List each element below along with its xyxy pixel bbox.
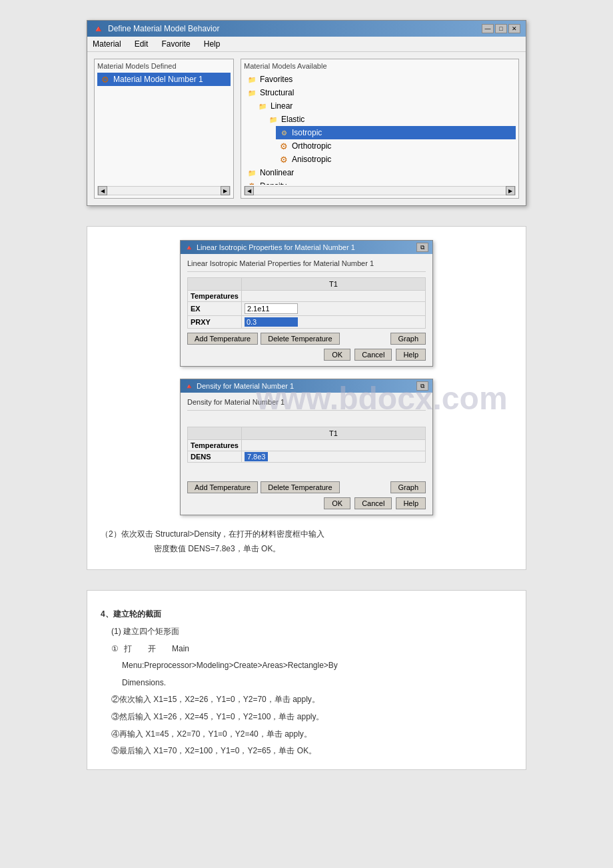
scroll-left-arrow[interactable]: ◀: [98, 186, 107, 195]
linear-ok-btn[interactable]: OK: [324, 349, 350, 361]
tree-label-elastic: Elastic: [281, 115, 305, 124]
material-model-label: Material Model Number 1: [113, 75, 203, 84]
ex-input[interactable]: 2.1e11: [245, 303, 298, 314]
menubar: Material Edit Favorite Help: [87, 37, 526, 52]
step1-cmd: Dimensions.: [122, 676, 512, 691]
linear-add-temp-btn[interactable]: Add Temperature: [187, 333, 258, 345]
prxy-input[interactable]: 0.3: [245, 317, 298, 327]
gear-icon-orthotropic: ⚙: [279, 141, 289, 151]
material-model-window: 🔺 Define Material Model Behavior — □ ✕ M…: [87, 20, 526, 206]
density-window-title: Density for Material Number 1: [197, 382, 294, 390]
menu-help[interactable]: Help: [201, 38, 223, 50]
folder-icon-structural: 📁: [247, 87, 257, 98]
section4-subtitle: (1) 建立四个矩形面: [111, 625, 512, 639]
gear-icon-left: ⚙: [100, 74, 111, 85]
scroll-right-arrow-right[interactable]: ▶: [506, 186, 515, 195]
step4: ④再输入 X1=45，X2=70，Y1=0，Y2=40，单击 apply。: [111, 727, 512, 742]
linear-ok-row: OK Cancel Help: [187, 349, 426, 361]
tree-label-linear: Linear: [271, 101, 293, 111]
linear-delete-temp-btn[interactable]: Delete Temperature: [261, 333, 339, 345]
maximize-button[interactable]: □: [495, 24, 507, 33]
density-window-desc: Density for Material Number 1: [187, 398, 426, 411]
prxy-label: PRXY: [188, 316, 242, 329]
tree-label-anisotropic: Anisotropic: [292, 155, 331, 164]
density-help-btn[interactable]: Help: [396, 497, 426, 509]
density-titlebar-icon: 🔺: [185, 382, 194, 391]
prxy-value-cell[interactable]: 0.3: [241, 316, 425, 329]
density-maximize-btn[interactable]: ⧉: [416, 381, 428, 391]
menu-favorite[interactable]: Favorite: [159, 38, 193, 50]
section4-subtitle-text: (1) 建立四个矩形面: [111, 627, 179, 636]
tree-nonlinear[interactable]: 📁 Nonlinear: [244, 166, 516, 179]
linear-maximize-btn[interactable]: ⧉: [416, 243, 428, 252]
gear-icon-anisotropic: ⚙: [279, 154, 289, 165]
dens-label: DENS: [188, 451, 242, 463]
linear-window-desc: Linear Isotropic Material Properties for…: [187, 259, 426, 272]
tree-anisotropic[interactable]: ⚙ Anisotropic: [276, 153, 516, 166]
menu-edit[interactable]: Edit: [132, 38, 151, 50]
folder-icon-favorites: 📁: [247, 74, 257, 85]
density-prop-table: T1 Temperatures DENS 7.8e3: [187, 427, 426, 463]
folder-icon-elastic: 📁: [268, 114, 279, 125]
scroll-right-arrow[interactable]: ▶: [221, 186, 230, 195]
step1-label: ①: [111, 642, 119, 657]
tree-elastic[interactable]: 📁 Elastic: [265, 113, 516, 126]
tree-linear[interactable]: 📁 Linear: [255, 99, 516, 113]
right-hscrollbar[interactable]: ◀ ▶: [244, 186, 516, 195]
tree-orthotropic[interactable]: ⚙ Orthotropic: [276, 139, 516, 153]
titlebar: 🔺 Define Material Model Behavior — □ ✕: [87, 21, 526, 37]
tree-structural[interactable]: 📁 Structural: [244, 86, 516, 99]
temperatures-row: Temperatures: [188, 291, 426, 302]
tree-label-structural: Structural: [260, 88, 294, 97]
material-model-item[interactable]: ⚙ Material Model Number 1: [97, 73, 231, 86]
density-temp-label: Temperatures: [188, 440, 242, 451]
window-title: Define Material Model Behavior: [108, 24, 219, 33]
step5: ⑤最后输入 X1=70，X2=100，Y1=0，Y2=65，单击 OK。: [111, 744, 512, 759]
dens-value-cell[interactable]: 7.8e3: [241, 451, 425, 463]
close-button[interactable]: ✕: [508, 24, 520, 33]
menu-material[interactable]: Material: [90, 38, 124, 50]
density-graph-btn[interactable]: Graph: [390, 481, 426, 493]
ex-row: EX 2.1e11: [188, 302, 426, 316]
tree-label-isotropic: Isotropic: [292, 128, 322, 137]
tree-label-nonlinear: Nonlinear: [260, 168, 294, 177]
density-btn-row: Add Temperature Delete Temperature Graph: [187, 481, 426, 493]
left-hscrollbar[interactable]: ◀ ▶: [97, 186, 231, 195]
scroll-left-arrow-right[interactable]: ◀: [245, 186, 254, 195]
linear-isotropic-window: 🔺 Linear Isotropic Properties for Materi…: [180, 240, 433, 367]
density-titlebar-controls: ⧉: [416, 381, 428, 391]
ex-label: EX: [188, 302, 242, 316]
density-delete-temp-btn[interactable]: Delete Temperature: [261, 481, 339, 493]
density-col-header: T1: [241, 427, 425, 440]
linear-window-title: Linear Isotropic Properties for Material…: [197, 243, 355, 251]
tree-isotropic[interactable]: ⚙ Isotropic: [276, 126, 516, 139]
dens-row: DENS 7.8e3: [188, 451, 426, 463]
dens-input[interactable]: 7.8e3: [245, 452, 269, 461]
density-ok-btn[interactable]: OK: [324, 497, 350, 509]
linear-btn-row: Add Temperature Delete Temperature Graph: [187, 333, 426, 345]
density-ok-row: OK Cancel Help: [187, 497, 426, 509]
temp-label: Temperatures: [188, 291, 242, 302]
density-add-temp-btn[interactable]: Add Temperature: [187, 481, 258, 493]
tree-favorites[interactable]: 📁 Favorites: [244, 73, 516, 86]
ex-value-cell[interactable]: 2.1e11: [241, 302, 425, 316]
tree-density[interactable]: ⚙ Density: [244, 179, 516, 185]
linear-help-btn[interactable]: Help: [396, 349, 426, 361]
linear-cancel-btn[interactable]: Cancel: [354, 349, 392, 361]
linear-isotropic-titlebar: 🔺 Linear Isotropic Properties for Materi…: [181, 241, 432, 254]
step1-menu-text: Menu:Preprocessor>Modeling>Create>Areas>…: [122, 661, 338, 670]
linear-graph-btn[interactable]: Graph: [390, 333, 426, 345]
caption-area: （2）依次双击 Structural>Density，在打开的材料密度框中输入 …: [101, 527, 512, 556]
step2: ②依次输入 X1=15，X2=26，Y1=0，Y2=70，单击 apply。: [111, 693, 512, 707]
density-temperatures-row: Temperatures: [188, 440, 426, 451]
step1-menu: Menu:Preprocessor>Modeling>Create>Areas>…: [122, 659, 512, 673]
linear-titlebar-icon: 🔺: [185, 243, 194, 252]
app-icon: 🔺: [93, 23, 104, 34]
linear-col-header: T1: [241, 278, 425, 291]
window-body: Material Models Defined ⚙ Material Model…: [87, 52, 526, 205]
minimize-button[interactable]: —: [482, 24, 494, 33]
density-cancel-btn[interactable]: Cancel: [354, 497, 392, 509]
folder-icon-linear: 📁: [257, 101, 268, 111]
caption-line2: 密度数值 DENS=7.8e3，单击 OK。: [154, 542, 512, 557]
linear-prop-table: T1 Temperatures EX 2.1e11: [187, 277, 426, 329]
